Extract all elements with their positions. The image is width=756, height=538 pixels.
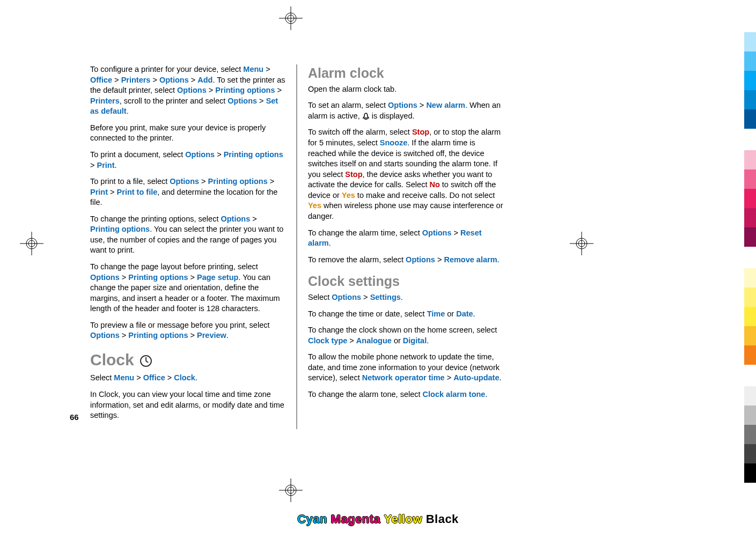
paragraph: To change the page layout before printin… (90, 262, 285, 314)
page-content: To configure a printer for your device, … (90, 64, 503, 429)
paragraph: In Clock, you can view your local time a… (90, 389, 285, 421)
paragraph: To change the clock shown on the home sc… (308, 325, 503, 346)
paragraph: Before you print, make sure your device … (90, 123, 285, 144)
color-bar-yellow (744, 268, 756, 365)
paragraph: Open the alarm clock tab. (308, 84, 503, 95)
paragraph: To change the printing options, select O… (90, 214, 285, 256)
color-bar-black (744, 386, 756, 483)
paragraph: To change the alarm time, select Options… (308, 228, 503, 249)
paragraph: To change the alarm tone, select Clock a… (308, 389, 503, 400)
color-bar-magenta (744, 150, 756, 247)
left-column: To configure a printer for your device, … (90, 64, 285, 429)
heading-clock-settings: Clock settings (308, 272, 503, 291)
heading-clock: Clock (90, 349, 285, 371)
paragraph: Select Menu > Office > Clock. (90, 373, 285, 384)
column-divider (296, 64, 297, 429)
paragraph: To remove the alarm, select Options > Re… (308, 255, 503, 266)
clock-icon (140, 355, 152, 367)
paragraph: To allow the mobile phone network to upd… (308, 352, 503, 384)
paragraph: Select Options > Settings. (308, 292, 503, 303)
heading-alarm-clock: Alarm clock (308, 64, 503, 83)
paragraph: To change the time or date, select Time … (308, 309, 503, 320)
color-bar-cyan (744, 32, 756, 129)
paragraph: To set an alarm, select Options > New al… (308, 100, 503, 121)
alarm-active-icon (362, 112, 370, 120)
registration-mark-icon (278, 477, 304, 503)
paragraph: To switch off the alarm, select Stop, or… (308, 127, 503, 222)
registration-mark-icon (569, 231, 594, 256)
right-column: Alarm clock Open the alarm clock tab. To… (308, 64, 503, 429)
page-number: 66 (70, 412, 79, 423)
paragraph: To print to a file, select Options > Pri… (90, 176, 285, 208)
paragraph: To preview a file or message before you … (90, 320, 285, 341)
registration-mark-icon (278, 5, 304, 31)
paragraph: To print a document, select Options > Pr… (90, 150, 285, 171)
registration-mark-icon (19, 231, 45, 256)
cmyk-footer: Cyan Magenta Yellow Black (297, 511, 459, 527)
paragraph: To configure a printer for your device, … (90, 64, 285, 117)
